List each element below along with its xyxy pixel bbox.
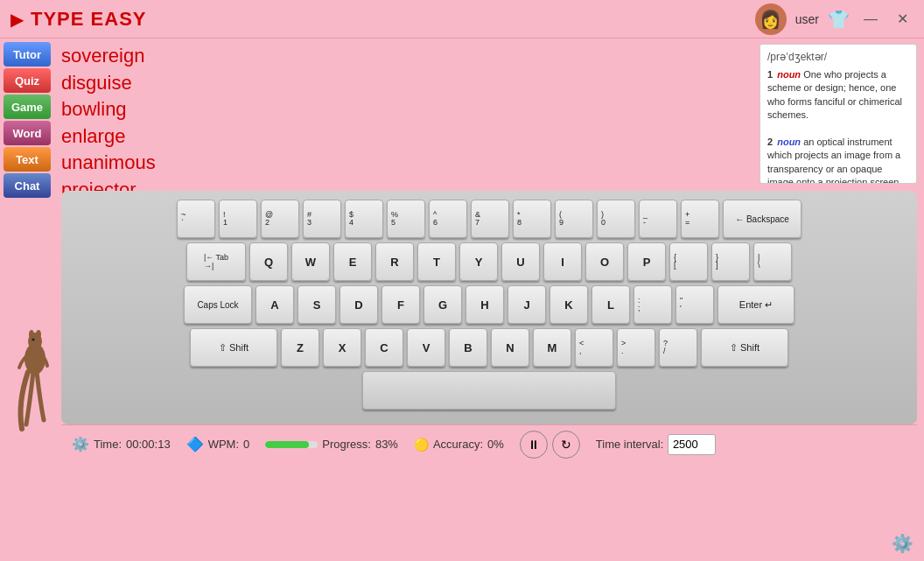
key-v[interactable]: V — [407, 328, 445, 367]
key-h[interactable]: H — [466, 285, 504, 324]
user-label: user — [795, 12, 819, 26]
progress-value: 83% — [375, 438, 398, 451]
replay-button[interactable]: ↻ — [552, 431, 580, 459]
key-capslock[interactable]: Caps Lock — [184, 285, 252, 324]
sidebar-item-word[interactable]: Word — [4, 121, 51, 145]
accuracy-icon: 🟡 — [414, 438, 429, 452]
pause-button[interactable]: ⏸ — [520, 431, 548, 459]
word-item: disguise — [61, 71, 751, 96]
key-j[interactable]: J — [508, 285, 546, 324]
key-m[interactable]: M — [533, 328, 571, 367]
sidebar-item-chat[interactable]: Chat — [4, 173, 51, 198]
time-interval-label: Time interval: — [596, 438, 664, 451]
key-x[interactable]: X — [323, 328, 361, 367]
key-comma[interactable]: <, — [575, 328, 613, 367]
key-d[interactable]: D — [340, 285, 378, 324]
key-row-numbers: ~` !1 @2 #3 $4 %5 ^6 &7 *8 (9 )0 _- += ←… — [68, 200, 910, 238]
key-e[interactable]: E — [333, 242, 372, 281]
key-7[interactable]: &7 — [471, 200, 509, 238]
key-3[interactable]: #3 — [303, 200, 341, 238]
key-enter[interactable]: Enter ↵ — [718, 285, 794, 324]
key-tab[interactable]: |← Tab→| — [186, 242, 246, 281]
key-6[interactable]: ^6 — [429, 200, 467, 238]
progress-display: Progress: 83% — [265, 438, 398, 451]
key-r[interactable]: R — [375, 242, 414, 281]
app-logo: ▶ — [10, 9, 24, 30]
sidebar-item-tutor[interactable]: Tutor — [4, 42, 51, 67]
word-list: sovereigndisguisebowlingenlargeunanimous… — [61, 44, 751, 184]
key-8[interactable]: *8 — [513, 200, 551, 238]
key-row-space — [68, 371, 910, 410]
key-quote[interactable]: "' — [676, 285, 714, 324]
center-area: sovereigndisguisebowlingenlargeunanimous… — [54, 39, 924, 561]
key-backspace[interactable]: ← Backspace — [723, 200, 802, 238]
time-display: ⚙️ Time: 00:00:13 — [72, 436, 171, 452]
key-equals[interactable]: += — [681, 200, 719, 238]
key-backslash[interactable]: |\ — [753, 242, 792, 281]
time-interval-input[interactable] — [668, 434, 716, 455]
sidebar-item-quiz[interactable]: Quiz — [4, 68, 51, 93]
dict-entry-0: 1 noun One who projects a scheme or desi… — [767, 68, 909, 123]
key-backtick[interactable]: ~` — [177, 200, 215, 238]
key-f[interactable]: F — [382, 285, 420, 324]
key-s[interactable]: S — [298, 285, 336, 324]
key-5[interactable]: %5 — [387, 200, 425, 238]
key-l[interactable]: L — [592, 285, 630, 324]
key-lbracket[interactable]: {[ — [669, 242, 708, 281]
wpm-label: WPM: — [208, 438, 239, 451]
key-c[interactable]: C — [365, 328, 403, 367]
svg-point-4 — [32, 339, 35, 341]
controls: ⏸ ↻ — [520, 431, 580, 459]
key-y[interactable]: Y — [459, 242, 498, 281]
key-t[interactable]: T — [417, 242, 456, 281]
key-0[interactable]: )0 — [597, 200, 635, 238]
accuracy-value: 0% — [487, 438, 504, 451]
top-section: sovereigndisguisebowlingenlargeunanimous… — [61, 44, 917, 184]
key-rbracket[interactable]: }] — [711, 242, 750, 281]
key-semicolon[interactable]: :; — [634, 285, 672, 324]
main-area: Tutor Quiz Game Word Text Chat sovereign… — [0, 39, 924, 561]
time-interval-setting: Time interval: — [596, 434, 717, 455]
shirt-icon: 👕 — [828, 9, 850, 30]
svg-point-2 — [29, 330, 34, 339]
sidebar-item-text[interactable]: Text — [4, 147, 51, 172]
key-q[interactable]: Q — [249, 242, 288, 281]
key-k[interactable]: K — [550, 285, 588, 324]
key-n[interactable]: N — [491, 328, 529, 367]
key-shift-right[interactable]: ⇧ Shift — [701, 328, 788, 367]
settings-gear-button[interactable]: ⚙️ — [892, 533, 914, 554]
key-period[interactable]: >. — [617, 328, 655, 367]
dictionary-panel: /prəˈdʒektər/1 noun One who projects a s… — [760, 44, 917, 184]
key-2[interactable]: @2 — [261, 200, 299, 238]
clock-icon: ⚙️ — [72, 436, 89, 452]
word-item: sovereign — [61, 44, 751, 69]
key-4[interactable]: $4 — [345, 200, 383, 238]
key-space[interactable] — [362, 371, 616, 410]
key-shift-left[interactable]: ⇧ Shift — [190, 328, 277, 367]
close-button[interactable]: ✕ — [892, 9, 914, 29]
key-p[interactable]: P — [627, 242, 666, 281]
key-9[interactable]: (9 — [555, 200, 593, 238]
key-i[interactable]: I — [543, 242, 582, 281]
accuracy-label: Accuracy: — [433, 438, 483, 451]
key-o[interactable]: O — [585, 242, 624, 281]
key-z[interactable]: Z — [281, 328, 319, 367]
key-slash[interactable]: ?/ — [659, 328, 697, 367]
sidebar-item-game[interactable]: Game — [4, 95, 51, 119]
titlebar-right: 👩 user 👕 — ✕ — [755, 4, 914, 35]
key-row-qwerty: |← Tab→| Q W E R T Y U I O P {[ }] |\ — [68, 242, 910, 281]
minimize-button[interactable]: — — [858, 10, 883, 29]
key-u[interactable]: U — [501, 242, 540, 281]
key-b[interactable]: B — [449, 328, 487, 367]
titlebar: ▶ TYPE EASY 👩 user 👕 — ✕ — [0, 0, 924, 39]
key-minus[interactable]: _- — [639, 200, 677, 238]
user-avatar: 👩 — [755, 4, 787, 35]
svg-point-3 — [36, 330, 41, 339]
time-label: Time: — [94, 438, 122, 451]
key-g[interactable]: G — [424, 285, 462, 324]
key-1[interactable]: !1 — [219, 200, 257, 238]
progress-bar-outer — [265, 441, 318, 448]
key-w[interactable]: W — [291, 242, 330, 281]
key-a[interactable]: A — [256, 285, 294, 324]
time-value: 00:00:13 — [126, 438, 171, 451]
